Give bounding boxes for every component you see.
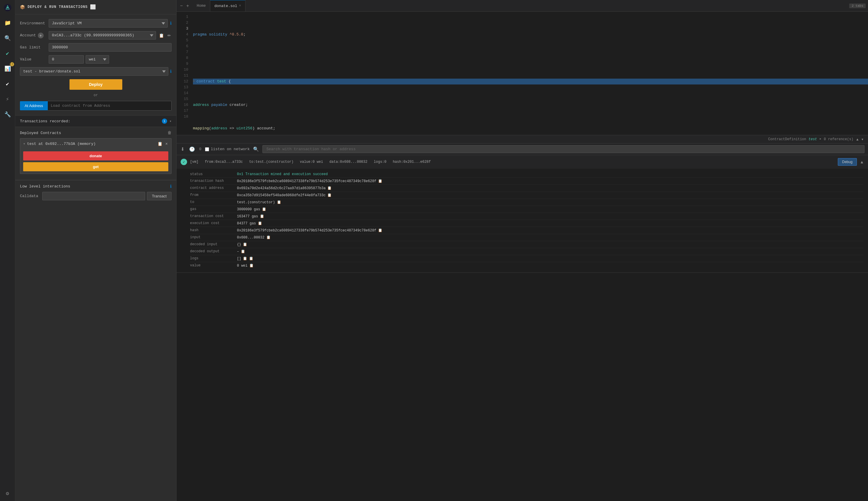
tx-logs-short: logs:0 — [374, 160, 387, 164]
tx-detail-hash-key: hash — [190, 228, 237, 232]
contract-def-label: ContractDefinition — [768, 137, 806, 141]
donate-button[interactable]: donate — [23, 151, 168, 160]
gas-limit-label: Gas limit — [20, 45, 46, 50]
tab-close-icon[interactable]: × — [239, 4, 241, 8]
deploy-button[interactable]: Deploy — [69, 79, 122, 90]
tx-detail-from-key: from — [190, 193, 237, 197]
contract-item-header[interactable]: ▾ test at 0x692...77b3A (memory) 📋 × — [20, 138, 171, 149]
calldata-input[interactable] — [42, 192, 145, 200]
contract-close-button[interactable]: × — [165, 141, 168, 147]
decoded-output-copy-icon[interactable]: 📋 — [241, 249, 245, 254]
code-editor[interactable]: 1 2 3 4 5 6 7 8 9 10 11 12 13 14 15 16 1… — [176, 12, 868, 135]
contract-info-icon[interactable]: ℹ — [170, 69, 172, 74]
files-icon[interactable]: 📁 — [2, 18, 13, 28]
listen-toggle-checkbox[interactable] — [205, 147, 209, 151]
deployed-contracts-label: Deployed Contracts — [20, 131, 166, 135]
debug-icon[interactable]: 🔧 — [2, 109, 13, 120]
line-num-7: 7 — [176, 49, 188, 55]
contract-select[interactable]: test - browser/donate.sol — [20, 67, 168, 76]
contract-def-expand-button[interactable]: ▲ — [856, 137, 859, 141]
gas-copy-icon[interactable]: 📋 — [262, 207, 266, 212]
line-num-13: 13 — [176, 85, 188, 90]
line-num-6: 6 — [176, 43, 188, 49]
tx-detail-contract-addr-text: 0x692a70d2e424a56d2c6c27aa97d1a86395877b… — [237, 186, 325, 190]
decoded-input-copy-icon[interactable]: 📋 — [243, 242, 247, 247]
tx-detail-logs: logs [] 📋 📋 — [190, 255, 863, 262]
tx-detail-tx-hash-text: 0x20186e3f579fcbeb2ca60894127338fe79b574… — [237, 179, 376, 183]
environment-select[interactable]: JavaScript VMInjected Web3Web3 Provider — [49, 19, 168, 28]
account-edit-button[interactable]: ✏ — [167, 33, 172, 39]
low-level-section: Low level interactions ℹ Calldata Transa… — [15, 180, 176, 204]
environment-info-icon[interactable]: ℹ — [170, 21, 172, 26]
tx-entry: ✓ [vm] from:0xca3...a733c to:test.(const… — [176, 155, 868, 273]
line-num-3: 3 — [176, 26, 188, 32]
contract-def-name: test — [809, 137, 817, 141]
tx-detail-decoded-output-value: – 📋 — [237, 249, 863, 254]
plugin-icon[interactable]: ✔ — [2, 48, 13, 58]
logs-copy-icon-2[interactable]: 📋 — [249, 256, 253, 261]
from-copy-icon[interactable]: 📋 — [327, 193, 332, 198]
contract-addr-copy-icon[interactable]: 📋 — [327, 186, 332, 190]
tx-detail-tx-cost-key: transaction cost — [190, 214, 237, 218]
tx-detail-status-key: status — [190, 172, 237, 176]
tx-detail-contract-addr-key: contract address — [190, 186, 237, 190]
line-num-4: 4 — [176, 32, 188, 38]
tab-donate-sol[interactable]: donate.sol × — [210, 0, 246, 11]
deploy-icon[interactable]: ✔ — [2, 78, 13, 89]
zoom-in-button[interactable]: + — [185, 3, 190, 9]
input-copy-icon[interactable]: 📋 — [266, 235, 271, 239]
search-icon-activity[interactable]: 🔍 — [2, 33, 13, 43]
low-level-info-icon[interactable]: ℹ — [170, 184, 172, 189]
tx-detail-gas-value: 3000000 gas 📋 — [237, 207, 863, 212]
code-line-4: address payable creator; — [193, 102, 868, 108]
tx-detail-to: to test.(constructor) 📋 — [190, 199, 863, 206]
search-icon-console[interactable]: 🔍 — [253, 146, 259, 152]
contract-def-collapse-button[interactable]: ▾ — [861, 137, 863, 141]
gas-limit-input[interactable] — [49, 43, 172, 52]
value-unit-select[interactable]: weigweifinneyether — [86, 55, 109, 64]
low-level-label: Low level interactions — [20, 184, 168, 189]
tx-detail-input-value: 0x608...00032 📋 — [237, 235, 863, 239]
tab-home-label: Home — [197, 3, 206, 8]
at-address-button[interactable]: At Address — [20, 101, 48, 110]
analysis-icon[interactable]: ⚡ — [2, 94, 13, 104]
zoom-out-button[interactable]: − — [179, 3, 184, 9]
listen-toggle: listen on network — [205, 147, 250, 151]
value-label: Value — [20, 57, 46, 62]
debug-button[interactable]: Debug — [838, 158, 857, 166]
transaction-icon[interactable]: 📊 [] — [2, 63, 13, 74]
account-select[interactable]: 0xCA3...a733c (99.99999999999998365) — [49, 31, 156, 40]
tx-header[interactable]: ✓ [vm] from:0xca3...a733c to:test.(const… — [176, 155, 868, 169]
logs-copy-icon[interactable]: 📋 — [243, 256, 247, 261]
deployed-contracts-trash-icon[interactable]: 🗑 — [167, 130, 172, 135]
to-copy-icon[interactable]: 📋 — [277, 200, 281, 204]
deployed-contracts-section: Deployed Contracts 🗑 ▾ test at 0x692...7… — [15, 127, 176, 180]
account-add-button[interactable]: + — [38, 33, 44, 39]
account-label: Account — [20, 33, 36, 38]
get-button[interactable]: get — [23, 162, 168, 171]
console-history-button[interactable]: 🕐 — [188, 146, 196, 152]
line-num-9: 9 — [176, 61, 188, 67]
tx-hash-short: hash:0x201...e628f — [393, 160, 431, 164]
transact-button[interactable]: Transact — [147, 192, 172, 200]
calldata-row: Calldata Transact — [20, 192, 172, 200]
tab-home[interactable]: Home — [193, 0, 210, 11]
console-clear-button[interactable]: ⬇ — [180, 146, 185, 152]
transactions-recorded-section[interactable]: Transactions recorded: 1 ▾ — [15, 115, 176, 127]
panel-info-icon: ⬜ — [90, 4, 96, 10]
search-input-console[interactable] — [262, 145, 865, 153]
account-copy-button[interactable]: 📋 — [158, 33, 164, 39]
tx-hash-copy-icon[interactable]: 📋 — [378, 179, 382, 183]
contract-copy-button[interactable]: 📋 — [157, 141, 163, 147]
tx-expand-button[interactable]: ▲ — [860, 160, 864, 164]
exec-cost-copy-icon[interactable]: 📋 — [258, 221, 262, 226]
value-input[interactable] — [49, 55, 84, 64]
hash-copy-icon[interactable]: 📋 — [378, 228, 382, 233]
settings-icon[interactable]: ⚙ — [2, 488, 13, 499]
value-copy-icon[interactable]: 📋 — [249, 264, 254, 268]
tx-cost-copy-icon[interactable]: 📋 — [260, 214, 264, 218]
tx-detail-contract-addr-value: 0x692a70d2e424a56d2c6c27aa97d1a86395877b… — [237, 186, 863, 190]
at-address-input[interactable] — [48, 101, 172, 110]
console-output[interactable]: ✓ [vm] from:0xca3...a733c to:test.(const… — [176, 155, 868, 501]
tx-detail-gas-key: gas — [190, 207, 237, 211]
